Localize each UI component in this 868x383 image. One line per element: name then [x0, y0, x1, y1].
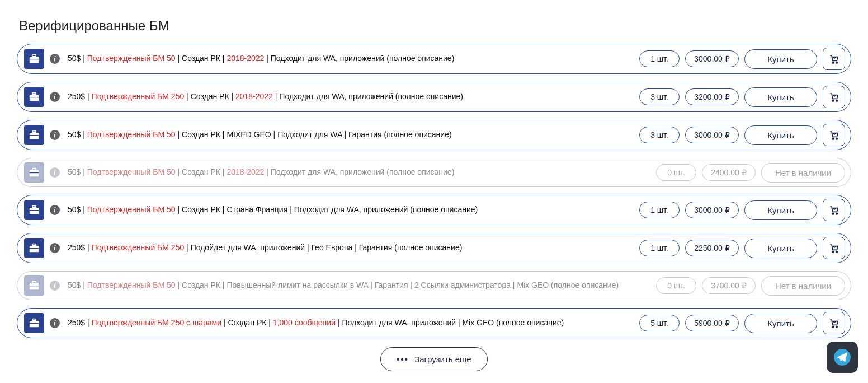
product-segment: Подойдет для WA, приложений | Гео Европа…	[191, 243, 463, 252]
product-segment: Подходит для WA, приложений | Mix GEO (п…	[342, 318, 564, 327]
svg-rect-7	[30, 97, 39, 97]
svg-point-35	[836, 326, 838, 328]
product-segment: Подходит для WA, приложений (полное опис…	[271, 54, 455, 63]
product-segment: 2018-2022	[227, 167, 264, 176]
svg-rect-11	[32, 131, 36, 133]
product-segment: Создан РК | Страна Франция | Подходит дл…	[182, 205, 478, 214]
buy-button[interactable]: Купить	[744, 49, 817, 69]
svg-point-9	[836, 100, 838, 101]
info-icon[interactable]: i	[50, 205, 60, 215]
load-more-container: ••• Загрузить еще	[17, 347, 851, 371]
svg-rect-1	[32, 55, 36, 57]
add-to-cart-button[interactable]	[823, 86, 845, 108]
product-price: 3700.00 ₽	[702, 277, 756, 294]
product-segment: Подтвержденный БМ 250	[92, 92, 185, 101]
product-qty: 1 шт.	[639, 240, 680, 256]
product-price: 3200.00 ₽	[685, 88, 739, 105]
product-segment: 250$	[68, 92, 85, 101]
svg-rect-0	[30, 57, 39, 63]
product-description[interactable]: 50$ | Подтвержденный БМ 50 | Создан РК |…	[65, 52, 634, 66]
product-row: i250$ | Подтвержденный БМ 250 с шарами |…	[17, 308, 851, 338]
product-qty: 0 шт.	[656, 164, 696, 181]
svg-rect-15	[30, 170, 39, 176]
svg-rect-30	[30, 286, 39, 286]
product-segment: Подходит для WA, приложений (полное опис…	[271, 167, 455, 176]
product-qty: 0 шт.	[656, 277, 696, 294]
product-segment: Подтвержденный БМ 50	[87, 281, 176, 289]
info-icon[interactable]: i	[50, 318, 60, 328]
svg-rect-33	[30, 323, 39, 324]
product-segment: 2018-2022	[227, 54, 264, 63]
product-qty: 1 шт.	[639, 50, 680, 67]
add-to-cart-button[interactable]	[823, 124, 845, 146]
svg-rect-29	[32, 282, 36, 283]
buy-button[interactable]: Купить	[744, 239, 817, 258]
svg-rect-32	[32, 319, 36, 321]
product-segment: Подтвержденный БМ 250	[92, 243, 185, 252]
product-segment: Подтвержденный БМ 50	[87, 167, 176, 176]
info-icon[interactable]: i	[50, 130, 60, 140]
svg-point-27	[836, 251, 838, 253]
svg-rect-17	[30, 172, 39, 173]
product-row: i50$ | Подтвержденный БМ 50 | Создан РК …	[17, 271, 851, 300]
svg-rect-23	[30, 246, 39, 252]
product-description[interactable]: 50$ | Подтвержденный БМ 50 | Создан РК |…	[65, 166, 650, 179]
svg-point-14	[836, 138, 838, 139]
buy-button[interactable]: Купить	[744, 125, 817, 145]
product-segment: Подтвержденный БМ 50	[87, 130, 176, 139]
product-segment: 50$	[68, 130, 81, 139]
info-icon[interactable]: i	[50, 54, 60, 64]
product-description[interactable]: 250$ | Подтвержденный БМ 250 | Создан РК…	[65, 90, 634, 104]
product-segment: 250$	[68, 318, 85, 327]
section-title: Верифицированные БМ	[19, 18, 851, 34]
svg-rect-6	[32, 93, 36, 95]
product-segment: Создан РК | Повышенный лимит на рассылки…	[182, 281, 619, 289]
product-description[interactable]: 50$ | Подтвержденный БМ 50 | Создан РК |…	[65, 203, 634, 217]
info-icon[interactable]: i	[50, 281, 60, 291]
telegram-icon	[834, 349, 851, 366]
product-segment: Создан РК	[182, 54, 220, 63]
svg-point-8	[832, 100, 834, 101]
buy-button[interactable]: Купить	[744, 200, 817, 220]
briefcase-icon	[24, 238, 44, 258]
product-price: 2250.00 ₽	[685, 240, 739, 256]
svg-point-34	[832, 326, 834, 328]
briefcase-icon	[24, 162, 44, 183]
product-description[interactable]: 250$ | Подтвержденный БМ 250 с шарами | …	[65, 316, 634, 330]
product-row: i50$ | Подтвержденный БМ 50 | Создан РК …	[17, 195, 851, 225]
info-icon[interactable]: i	[50, 167, 60, 178]
add-to-cart-button[interactable]	[823, 48, 845, 70]
load-more-button[interactable]: ••• Загрузить еще	[380, 347, 487, 371]
briefcase-icon	[24, 125, 44, 145]
product-price: 3000.00 ₽	[685, 127, 739, 143]
svg-rect-20	[30, 210, 39, 211]
product-segment: Создан РК | MIXED GEO | Подходит для WA …	[182, 130, 452, 139]
product-qty: 3 шт.	[639, 88, 680, 105]
briefcase-icon	[24, 87, 44, 107]
product-segment: 50$	[68, 205, 81, 214]
product-row: i250$ | Подтвержденный БМ 250 | Создан Р…	[17, 82, 851, 112]
add-to-cart-button[interactable]	[823, 312, 845, 334]
svg-rect-5	[30, 95, 39, 101]
add-to-cart-button[interactable]	[823, 237, 845, 259]
product-segment: 50$	[68, 54, 81, 63]
product-description[interactable]: 50$ | Подтвержденный БМ 50 | Создан РК |…	[65, 128, 634, 142]
svg-rect-2	[30, 59, 39, 59]
product-description[interactable]: 50$ | Подтвержденный БМ 50 | Создан РК |…	[65, 279, 650, 292]
load-more-label: Загрузить еще	[414, 354, 471, 364]
product-price: 3000.00 ₽	[685, 50, 739, 67]
svg-point-22	[836, 213, 838, 214]
svg-rect-18	[30, 208, 39, 214]
add-to-cart-button[interactable]	[823, 199, 845, 221]
svg-rect-16	[32, 169, 36, 170]
product-description[interactable]: 250$ | Подтвержденный БМ 250 | Подойдет …	[65, 241, 634, 255]
briefcase-icon	[24, 200, 44, 220]
buy-button[interactable]: Купить	[744, 87, 817, 107]
telegram-fab[interactable]	[827, 342, 858, 373]
product-segment: 50$	[68, 167, 81, 176]
buy-button[interactable]: Купить	[744, 314, 817, 333]
svg-point-3	[832, 62, 834, 63]
info-icon[interactable]: i	[50, 243, 60, 253]
product-segment: Создан РК	[182, 167, 220, 176]
info-icon[interactable]: i	[50, 92, 60, 102]
